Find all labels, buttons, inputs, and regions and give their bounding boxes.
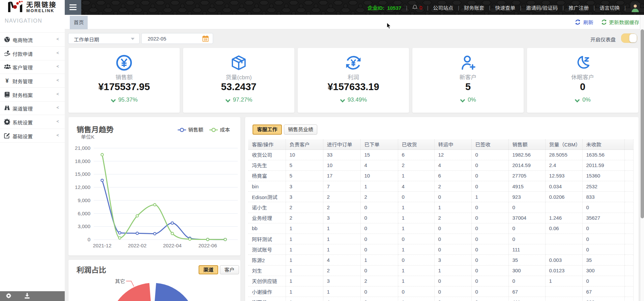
svg-text:18,000: 18,000 [75,158,90,164]
svg-text:2022-06: 2022-06 [198,243,217,248]
svg-text:其它: 其它 [115,278,125,284]
svg-text:2021-12: 2021-12 [93,243,111,248]
svg-text:0: 0 [88,237,90,242]
svg-text:3,000: 3,000 [78,223,90,229]
svg-text:9,000: 9,000 [78,197,90,203]
svg-text:2022-02: 2022-02 [128,243,146,248]
svg-text:¥: ¥ [5,78,9,84]
svg-text:6,000: 6,000 [78,211,90,216]
svg-text:销售额: 销售额 [188,127,203,133]
svg-text:21,000: 21,000 [75,145,90,151]
svg-text:15: 15 [204,38,207,41]
svg-text:成本: 成本 [220,127,230,133]
svg-text:2022-04: 2022-04 [163,243,181,248]
svg-text:单位K: 单位K [81,134,94,140]
svg-text:12,000: 12,000 [75,184,90,190]
svg-text:15,000: 15,000 [75,171,90,177]
